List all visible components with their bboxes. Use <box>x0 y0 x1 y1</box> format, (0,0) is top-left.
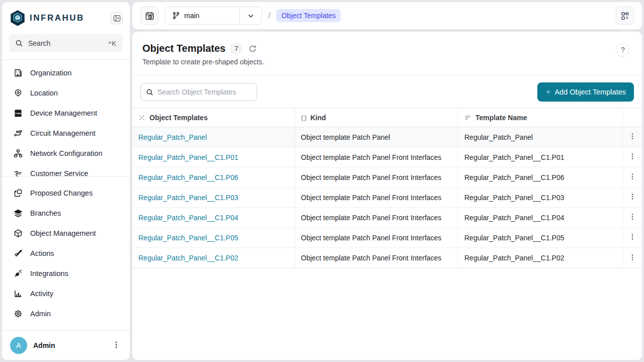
brand-name: INFRAHUB <box>30 13 111 23</box>
template-name-cell: Regular_Patch_Panel__C1.P05 <box>458 228 623 248</box>
kind-cell: Object template Patch Panel Front Interf… <box>295 188 458 208</box>
sidebar: INFRAHUB Search ^K <box>2 2 130 360</box>
sidebar-item-organization[interactable]: Organization <box>5 63 127 83</box>
template-link[interactable]: Regular_Patch_Panel__C1.P06 <box>138 173 238 182</box>
template-link[interactable]: Regular_Patch_Panel__C1.P02 <box>138 254 238 262</box>
branch-selector-value: main <box>165 12 239 20</box>
network-icon <box>13 148 23 158</box>
user-menu-button[interactable] <box>111 339 122 352</box>
sidebar-item-device-management[interactable]: Device Management <box>5 103 127 123</box>
rocket-icon <box>13 248 23 258</box>
page-subtitle: Template to create pre-shaped objects. <box>142 58 616 66</box>
sidebar-item-label: Device Management <box>30 109 97 117</box>
table-row: Regular_Patch_Panel__C1.P04 Object templ… <box>132 208 642 228</box>
search-icon <box>15 39 23 47</box>
handshake-icon <box>13 168 23 177</box>
user-row: A Admin <box>2 330 130 360</box>
column-header-actions <box>623 108 642 127</box>
table-row: Regular_Patch_Panel__C1.P05 Object templ… <box>132 228 642 248</box>
logo-row: INFRAHUB <box>2 2 130 32</box>
template-name-cell: Regular_Patch_Panel__C1.P04 <box>458 208 623 228</box>
sidebar-item-label: Organization <box>30 69 71 77</box>
template-link[interactable]: Regular_Patch_Panel__C1.P01 <box>138 153 238 161</box>
search-icon <box>146 88 153 96</box>
column-header-kind: { } Kind <box>295 108 458 127</box>
server-icon <box>13 108 23 118</box>
table-row: Regular_Patch_Panel__C1.P01 Object templ… <box>132 147 642 167</box>
panel-collapse-icon <box>113 15 121 22</box>
row-actions-button[interactable] <box>627 131 637 143</box>
object-search-input[interactable] <box>157 88 252 96</box>
sidebar-item-label: Network Configuration <box>30 149 102 157</box>
sidebar-item-label: Actions <box>30 249 54 257</box>
table-row: Regular_Patch_Panel__C1.P06 Object templ… <box>132 167 642 188</box>
kebab-icon <box>629 213 635 220</box>
schema-panel-button[interactable] <box>616 7 634 25</box>
template-link[interactable]: Regular_Patch_Panel__C1.P04 <box>138 214 238 222</box>
building-icon <box>13 68 23 78</box>
template-link[interactable]: Regular_Patch_Panel <box>138 133 207 141</box>
add-object-templates-button[interactable]: + Add Object Templates <box>537 82 634 102</box>
gear-icon <box>13 309 23 319</box>
sidebar-menu-top: Organization Location <box>2 59 130 177</box>
map-pin-icon <box>13 88 23 98</box>
kind-cell: Object template Patch Panel <box>295 127 458 147</box>
sidebar-item-integrations[interactable]: Integrations <box>5 263 127 284</box>
refresh-button[interactable] <box>247 43 258 54</box>
sidebar-item-actions[interactable]: Actions <box>5 243 127 263</box>
table-row: Regular_Patch_Panel Object template Patc… <box>132 127 642 147</box>
sidebar-item-proposed-changes[interactable]: Proposed Changes <box>5 183 127 203</box>
column-header-object-templates: Object Templates <box>132 108 295 127</box>
sidebar-item-admin[interactable]: Admin <box>5 304 127 324</box>
table-body: Regular_Patch_Panel Object template Patc… <box>132 127 642 268</box>
sidebar-item-location[interactable]: Location <box>5 83 127 103</box>
sidebar-search[interactable]: Search ^K <box>9 34 123 52</box>
branch-selector[interactable]: main <box>165 7 262 25</box>
kebab-icon <box>629 254 635 261</box>
sidebar-item-network-configuration[interactable]: Network Configuration <box>5 143 127 163</box>
branch-name: main <box>184 12 199 20</box>
infrahub-logo-icon <box>10 10 25 26</box>
calendar-clock-icon <box>145 11 154 21</box>
sidebar-menu-bottom: Proposed Changes Branches <box>2 177 130 330</box>
template-link[interactable]: Regular_Patch_Panel__C1.P05 <box>138 234 238 242</box>
breadcrumb-object-templates[interactable]: Object Templates <box>276 9 341 22</box>
kebab-icon <box>629 133 635 140</box>
kind-cell: Object template Patch Panel Front Interf… <box>295 228 458 248</box>
search-shortcut: ^K <box>108 40 117 47</box>
sidebar-item-object-management[interactable]: Object Management <box>5 223 127 243</box>
time-travel-button[interactable] <box>140 7 158 25</box>
sidebar-item-branches[interactable]: Branches <box>5 203 127 223</box>
template-link[interactable]: Regular_Patch_Panel__C1.P03 <box>138 194 238 202</box>
branch-selector-toggle[interactable] <box>239 7 262 24</box>
row-actions-button[interactable] <box>627 211 637 224</box>
template-icon <box>138 114 145 121</box>
kebab-icon <box>629 153 635 160</box>
row-actions-button[interactable] <box>627 151 637 163</box>
row-actions-button[interactable] <box>627 191 637 204</box>
kebab-icon <box>113 341 120 349</box>
page: INFRAHUB Search ^K <box>0 0 644 362</box>
sidebar-item-label: Activity <box>30 290 53 298</box>
sidebar-item-label: Circuit Management <box>30 129 96 137</box>
sidebar-item-circuit-management[interactable]: Circuit Management <box>5 123 127 143</box>
sidebar-item-activity[interactable]: Activity <box>5 284 127 304</box>
sidebar-item-label: Admin <box>30 310 51 318</box>
sidebar-collapse-button[interactable] <box>111 12 123 24</box>
row-actions-button[interactable] <box>627 171 637 184</box>
help-button[interactable]: ? <box>616 43 630 57</box>
table-row: Regular_Patch_Panel__C1.P02 Object templ… <box>132 248 642 268</box>
page-title: Object Templates <box>142 43 225 54</box>
row-actions-button[interactable] <box>627 231 637 244</box>
object-group-icon <box>620 11 630 21</box>
row-actions-button[interactable] <box>627 252 637 264</box>
template-name-cell: Regular_Patch_Panel__C1.P02 <box>458 248 623 268</box>
sidebar-item-customer-service[interactable]: Customer Service <box>5 163 127 177</box>
sidebar-item-label: Proposed Changes <box>30 189 93 197</box>
user-name: Admin <box>33 341 105 349</box>
content-panel: Object Templates 7 Template to create pr… <box>132 32 642 360</box>
git-branch-icon <box>172 12 180 20</box>
object-search-box <box>140 83 257 101</box>
sidebar-item-label: Location <box>30 89 58 97</box>
cube-icon <box>13 228 23 238</box>
